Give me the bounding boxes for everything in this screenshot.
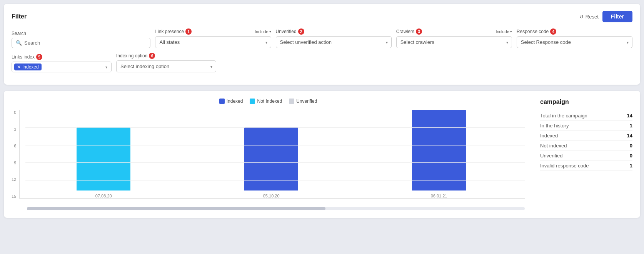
crawlers-select-wrapper: Select crawlers ▾ xyxy=(396,36,512,48)
filter-card: Filter ↺ Reset Filter Search 🔍 Link pres… xyxy=(4,4,640,85)
links-index-chevron-icon: ▾ xyxy=(105,65,107,69)
crawlers-include[interactable]: Include ▾ xyxy=(496,29,512,34)
legend-not-indexed: Not Indexed xyxy=(250,99,282,104)
unverified-badge: 2 xyxy=(298,28,304,35)
link-presence-include[interactable]: Include ▾ xyxy=(255,29,271,34)
chart-scrollbar[interactable] xyxy=(27,207,525,210)
stat-value-total: 14 xyxy=(627,113,632,119)
crawlers-include-chevron-icon: ▾ xyxy=(510,30,512,33)
stat-label-unverified: Unverified xyxy=(540,153,563,159)
links-index-label-row: Links index 5 xyxy=(12,54,112,60)
legend-indexed-label: Indexed xyxy=(227,99,243,104)
chart-scroll-thumb xyxy=(27,207,325,210)
search-label-row: Search xyxy=(12,31,150,36)
response-code-badge: 4 xyxy=(550,28,556,35)
bar-group-3: 06.01.21 xyxy=(361,110,517,198)
indexed-tag-close-icon[interactable]: ✕ xyxy=(17,64,21,70)
filter-header: Filter ↺ Reset Filter xyxy=(12,11,632,22)
indexing-option-label-row: Indexing option 6 xyxy=(116,53,216,59)
y-label-6: 6 xyxy=(14,144,16,148)
filter-title: Filter xyxy=(12,13,27,20)
bar-group-1: 07.08.20 xyxy=(25,127,182,198)
bar-label-2: 05.10.20 xyxy=(263,194,280,198)
filter-button[interactable]: Filter xyxy=(602,11,632,22)
link-presence-select[interactable]: All states Include Exclude xyxy=(155,36,271,48)
legend-not-indexed-label: Not Indexed xyxy=(257,99,282,104)
legend-unverified: Unverified xyxy=(289,99,317,104)
links-index-badge: 5 xyxy=(36,54,42,60)
y-label-12: 12 xyxy=(12,177,16,182)
y-label-0: 0 xyxy=(14,110,16,115)
indexing-option-badge: 6 xyxy=(149,53,155,59)
crawlers-label: Crawlers xyxy=(396,29,414,34)
stat-label-indexed: Indexed xyxy=(540,133,558,139)
stat-value-not-indexed: 0 xyxy=(630,143,632,149)
legend-unverified-label: Unverified xyxy=(296,99,317,104)
link-presence-select-wrapper: All states Include Exclude ▾ xyxy=(155,36,271,48)
filter-row-1: Search 🔍 Link presence 1 Include ▾ All s… xyxy=(12,28,632,48)
chart-area: Indexed Not Indexed Unverified 15 12 9 6… xyxy=(12,99,525,210)
not-indexed-color-swatch xyxy=(250,99,255,104)
unverified-select-wrapper: Select unverified action ▾ xyxy=(276,36,392,48)
search-icon: 🔍 xyxy=(16,40,22,46)
stats-panel: campaign Total in the campaign 14 In the… xyxy=(540,99,632,210)
bar-label-3: 06.01.21 xyxy=(431,194,447,198)
links-index-label: Links index xyxy=(12,54,35,60)
stat-value-invalid: 1 xyxy=(630,163,632,169)
link-presence-label: Link presence xyxy=(155,29,184,34)
links-index-tags-select[interactable]: ✕ Indexed ▾ xyxy=(12,62,112,72)
links-index-group: Links index 5 ✕ Indexed ▾ xyxy=(12,54,112,72)
indexing-option-label: Indexing option xyxy=(116,53,147,58)
unverified-label: Unverified xyxy=(276,29,297,34)
y-label-3: 3 xyxy=(14,127,16,132)
stats-title: campaign xyxy=(540,99,632,105)
response-code-label-row: Response code 4 xyxy=(517,28,632,35)
indexing-option-select-wrapper: Select indexing option ▾ xyxy=(116,60,216,72)
indexing-option-select[interactable]: Select indexing option xyxy=(116,60,216,72)
stat-value-history: 1 xyxy=(630,123,632,129)
stat-label-invalid: Invalid response code xyxy=(540,163,589,169)
search-input-wrapper[interactable]: 🔍 xyxy=(12,38,150,48)
bar-group-2: 05.10.20 xyxy=(193,127,349,198)
stat-row-unverified: Unverified 0 xyxy=(540,151,632,161)
link-presence-group: Link presence 1 Include ▾ All states Inc… xyxy=(155,28,271,48)
bars-container: 07.08.20 05.10.20 06.01.21 xyxy=(19,110,525,199)
search-input[interactable] xyxy=(24,40,146,46)
crawlers-label-row: Crawlers 3 Include ▾ xyxy=(396,28,512,35)
crawlers-select[interactable]: Select crawlers xyxy=(396,36,512,48)
response-code-label: Response code xyxy=(517,29,549,34)
y-label-15: 15 xyxy=(12,194,16,199)
indexed-color-swatch xyxy=(219,99,225,104)
reset-button[interactable]: ↺ Reset xyxy=(579,14,599,20)
stat-row-not-indexed: Not indexed 0 xyxy=(540,141,632,151)
bar-label-1: 07.08.20 xyxy=(95,194,112,198)
reset-label: Reset xyxy=(586,14,599,20)
crawlers-badge: 3 xyxy=(416,28,422,35)
stat-label-history: In the history xyxy=(540,123,569,129)
bar-not-indexed-1 xyxy=(77,127,130,190)
unverified-select[interactable]: Select unverified action xyxy=(276,36,392,48)
chart-legend: Indexed Not Indexed Unverified xyxy=(12,99,525,104)
indexing-option-group: Indexing option 6 Select indexing option… xyxy=(116,53,216,72)
search-label: Search xyxy=(12,31,26,36)
chart-inner: 15 12 9 6 3 0 07 xyxy=(12,110,525,206)
stat-row-history: In the history 1 xyxy=(540,121,632,131)
stat-label-total: Total in the campaign xyxy=(540,113,587,119)
response-code-select[interactable]: Select Response code xyxy=(517,36,632,48)
y-label-9: 9 xyxy=(14,160,16,165)
unverified-color-swatch xyxy=(289,99,294,104)
stat-row-invalid: Invalid response code 1 xyxy=(540,161,632,171)
link-presence-label-row: Link presence 1 Include ▾ xyxy=(155,28,271,35)
link-presence-badge: 1 xyxy=(185,28,192,35)
stat-label-not-indexed: Not indexed xyxy=(540,143,567,149)
bar-indexed-3 xyxy=(412,110,466,190)
crawlers-group: Crawlers 3 Include ▾ Select crawlers ▾ xyxy=(396,28,512,48)
response-code-select-wrapper: Select Response code ▾ xyxy=(517,36,632,48)
bar-indexed-2 xyxy=(244,127,298,190)
indexed-tag: ✕ Indexed xyxy=(14,64,42,70)
response-code-group: Response code 4 Select Response code ▾ xyxy=(517,28,632,48)
unverified-group: Unverified 2 Select unverified action ▾ xyxy=(276,28,392,48)
search-group: Search 🔍 xyxy=(12,31,150,48)
unverified-label-row: Unverified 2 xyxy=(276,28,392,35)
stat-value-indexed: 14 xyxy=(627,133,632,139)
